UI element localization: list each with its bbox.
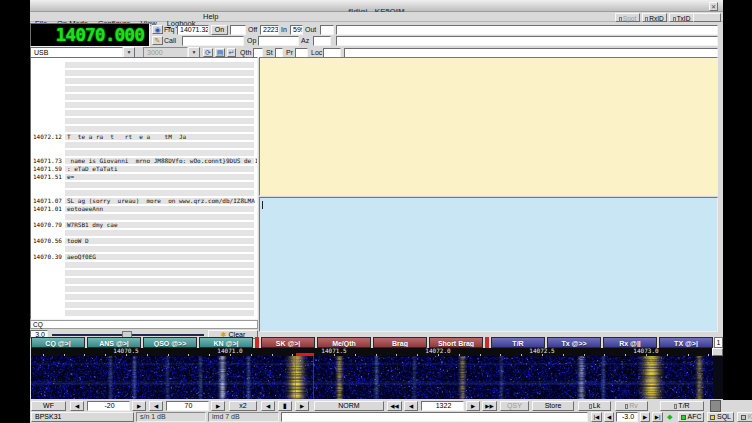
browser-row[interactable] xyxy=(31,261,257,269)
macro-button-kn[interactable]: KN @>| xyxy=(199,337,253,348)
macro-button-t-r[interactable]: T/R xyxy=(491,337,545,348)
scroll-right-icon[interactable]: ▶ xyxy=(295,401,309,411)
browser-row[interactable] xyxy=(31,93,257,101)
macro-button-qso[interactable]: QSO @>> xyxy=(143,337,197,348)
rx-text-pane[interactable] xyxy=(259,57,718,196)
tr-toggle[interactable]: T/R xyxy=(660,401,704,411)
browser-row[interactable] xyxy=(31,181,257,189)
macro-button-tx[interactable]: TX @>| xyxy=(659,337,713,348)
upper-signal-down-icon[interactable]: ◀ xyxy=(70,401,84,411)
az-field[interactable] xyxy=(313,36,331,46)
browser-row[interactable] xyxy=(31,149,257,157)
browser-row[interactable] xyxy=(31,301,257,309)
frequency-field[interactable]: 14071.322 xyxy=(177,25,209,35)
macro-button-tx[interactable]: Tx @>> xyxy=(547,337,601,348)
edit-pencil-icon[interactable]: ✎ xyxy=(152,36,163,45)
browser-row[interactable] xyxy=(31,109,257,117)
notes-field-2[interactable] xyxy=(336,36,718,46)
sql-toggle[interactable]: SQL xyxy=(707,412,734,422)
x2-zoom-button[interactable]: x2 xyxy=(229,401,257,411)
upper-signal-field[interactable]: -20 xyxy=(87,401,130,411)
browser-row[interactable] xyxy=(31,269,257,277)
squelch-level-field[interactable]: -3.0 xyxy=(616,412,638,422)
macro-button-sk[interactable]: SK @>| xyxy=(261,337,315,348)
pause-icon[interactable]: ▮ xyxy=(278,401,292,411)
macro-button-shortbrag[interactable]: Short Brag xyxy=(429,337,483,348)
lock-toggle[interactable]: Lk xyxy=(578,401,611,411)
browser-row[interactable]: 14072.12T te a ra t rt e a tM Ja xyxy=(31,133,257,141)
store-button[interactable]: Store xyxy=(532,401,574,411)
waterfall-canvas[interactable] xyxy=(31,356,713,399)
browser-row[interactable] xyxy=(31,85,257,93)
carrier-up-icon[interactable]: ▶ xyxy=(466,401,480,411)
browser-row[interactable]: 14071.73 name is Giovanni mrno JM88DVfo:… xyxy=(31,157,257,165)
browser-row[interactable]: 14071.07SL ag (sorry ureau) more on www.… xyxy=(31,197,257,205)
lookup-globe-icon[interactable]: ◉ xyxy=(152,25,163,34)
rst-in-field[interactable]: 599 xyxy=(290,25,303,35)
macro-set-number[interactable]: 1 xyxy=(714,337,723,348)
qsy-button[interactable]: QSY xyxy=(500,401,529,411)
op-field[interactable] xyxy=(258,36,299,46)
notes-field-1[interactable] xyxy=(336,25,718,35)
browser-row[interactable] xyxy=(31,213,257,221)
macro-button-rx[interactable]: Rx @|| xyxy=(603,337,657,348)
tx-text-pane[interactable] xyxy=(259,197,718,332)
signal-range-field[interactable]: 70 xyxy=(166,401,209,411)
browser-row[interactable]: 14071.51e= xyxy=(31,173,257,181)
range-down-icon[interactable]: ◀ xyxy=(149,401,163,411)
scroll-left-icon[interactable]: ◀ xyxy=(261,401,275,411)
carrier-down-icon[interactable]: ◀ xyxy=(404,401,418,411)
browser-row[interactable] xyxy=(31,69,257,77)
squelch-max-icon[interactable]: ▶| xyxy=(652,412,663,422)
browser-row[interactable] xyxy=(31,77,257,85)
browser-row[interactable] xyxy=(31,277,257,285)
browser-row[interactable] xyxy=(31,117,257,125)
rst-out-field[interactable] xyxy=(320,25,334,35)
carrier-marker[interactable] xyxy=(296,353,314,356)
time-on-button[interactable]: On xyxy=(211,25,228,35)
range-up-icon[interactable]: ▶ xyxy=(211,401,225,411)
title-bar[interactable]: fldigi - KF5OIM ✕ xyxy=(30,0,723,12)
signal-browser[interactable]: 14072.12T te a ra t rt e a tM Ja14071.73… xyxy=(30,57,258,320)
panel-grip[interactable] xyxy=(710,400,721,412)
carrier-fast-up-icon[interactable]: ▶▶ xyxy=(482,401,497,411)
toggle-rxid[interactable]: RxID xyxy=(642,13,667,22)
time-on-field[interactable] xyxy=(230,25,246,35)
wf-speed-button[interactable]: NORM xyxy=(314,401,384,411)
toggle-txid[interactable]: TxID xyxy=(669,13,694,22)
menu-item-help[interactable]: Help xyxy=(198,12,223,22)
enter-arrow-icon[interactable]: ↵ xyxy=(227,48,236,57)
browser-row[interactable] xyxy=(31,245,257,253)
browser-row[interactable] xyxy=(31,125,257,133)
upper-signal-up-icon[interactable]: ▶ xyxy=(132,401,146,411)
browser-row[interactable] xyxy=(31,189,257,197)
squelch-min-icon[interactable]: |◀ xyxy=(591,412,602,422)
macro-button-cq[interactable]: CQ @>| xyxy=(31,337,85,348)
browser-row[interactable] xyxy=(31,309,257,317)
reverse-toggle[interactable]: Rv xyxy=(615,401,648,411)
notepad-icon[interactable]: ▤ xyxy=(215,48,225,57)
browser-row[interactable]: 14070.56tooW D xyxy=(31,237,257,245)
macro-button-ans[interactable]: ANS @>| xyxy=(87,337,141,348)
time-off-field[interactable]: 2223 xyxy=(260,25,279,35)
mode-status[interactable]: BPSK31 xyxy=(31,412,134,422)
browser-row[interactable]: 14071.59: eTaD eTaTati xyxy=(31,165,257,173)
carrier-frequency-field[interactable]: 1322 xyxy=(421,401,464,411)
macro-button-brag[interactable]: Brag xyxy=(373,337,427,348)
close-icon[interactable]: ✕ xyxy=(709,2,718,11)
squelch-down-icon[interactable]: ◀ xyxy=(604,412,614,422)
browser-row[interactable]: 14070.79W7RSB1 dmy cae xyxy=(31,221,257,229)
carrier-fast-down-icon[interactable]: ◀◀ xyxy=(387,401,402,411)
toggle-spot[interactable]: Spot xyxy=(615,13,640,22)
browser-row[interactable] xyxy=(31,285,257,293)
browser-row[interactable]: 14070.39aeoQf0EG xyxy=(31,253,257,261)
browser-row[interactable] xyxy=(31,61,257,69)
browser-row[interactable] xyxy=(31,293,257,301)
frequency-lcd[interactable]: 14070.000 xyxy=(30,23,150,47)
call-field[interactable] xyxy=(182,36,244,46)
browser-row[interactable] xyxy=(31,141,257,149)
browser-row[interactable]: 14071.01eotoaeeAnn xyxy=(31,205,257,213)
browser-row[interactable] xyxy=(31,229,257,237)
macro-button-me-qth[interactable]: Me/Qth xyxy=(317,337,371,348)
sync-icon[interactable]: ⟳ xyxy=(203,48,213,57)
